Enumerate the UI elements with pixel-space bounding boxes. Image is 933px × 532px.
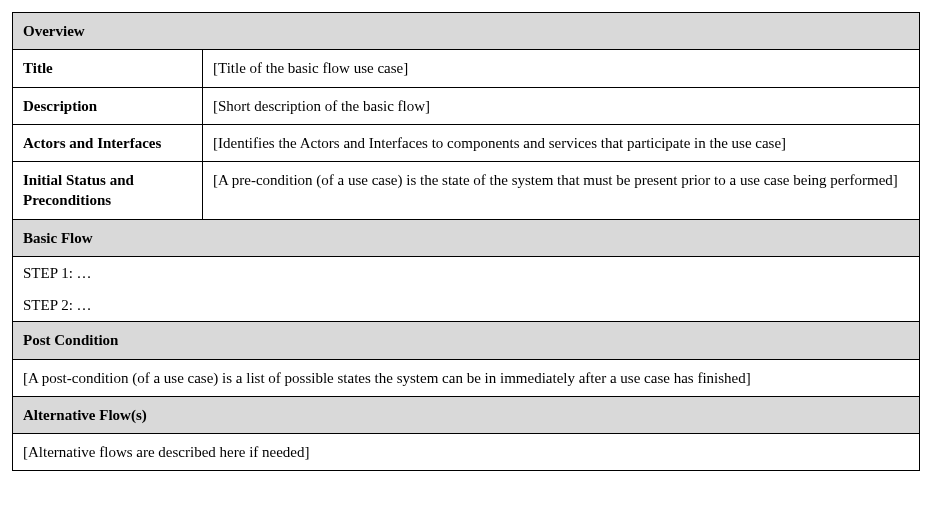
basic-flow-header: Basic Flow <box>13 219 920 256</box>
post-condition-header: Post Condition <box>13 322 920 359</box>
title-value: [Title of the basic flow use case] <box>203 50 920 87</box>
use-case-template-table: Overview Title [Title of the basic flow … <box>12 12 920 471</box>
description-value: [Short description of the basic flow] <box>203 87 920 124</box>
actors-label: Actors and Interfaces <box>13 124 203 161</box>
post-condition-content: [A post-condition (of a use case) is a l… <box>13 359 920 396</box>
actors-value: [Identifies the Actors and Interfaces to… <box>203 124 920 161</box>
basic-flow-step-2: STEP 2: … <box>13 289 920 322</box>
initial-status-value: [A pre-condition (of a use case) is the … <box>203 162 920 220</box>
alternative-flow-header: Alternative Flow(s) <box>13 396 920 433</box>
overview-header: Overview <box>13 13 920 50</box>
alternative-flow-content: [Alternative flows are described here if… <box>13 434 920 471</box>
basic-flow-step-1: STEP 1: … <box>13 256 920 289</box>
title-label: Title <box>13 50 203 87</box>
description-label: Description <box>13 87 203 124</box>
initial-status-label: Initial Status and Preconditions <box>13 162 203 220</box>
